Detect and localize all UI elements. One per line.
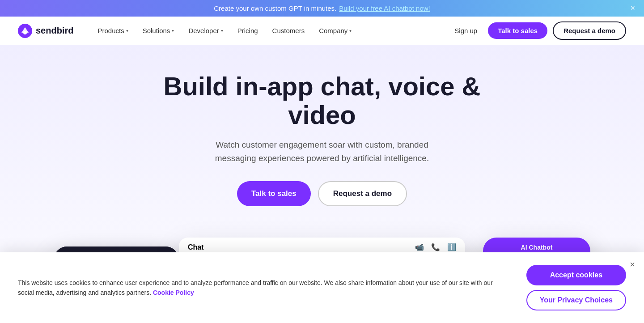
- hero-subtitle: Watch customer engagement soar with cust…: [210, 138, 434, 166]
- nav-item-developer[interactable]: Developer ▾: [182, 23, 229, 38]
- banner-text: Create your own custom GPT in minutes.: [214, 4, 336, 12]
- sendbird-logo-icon: [18, 24, 32, 38]
- logo-text: sendbird: [36, 26, 73, 36]
- cookie-text: This website uses cookies to enhance use…: [18, 278, 508, 298]
- nav-links: Products ▾ Solutions ▾ Developer ▾ Prici…: [91, 23, 449, 38]
- chevron-down-icon: ▾: [349, 28, 352, 33]
- logo-link[interactable]: sendbird: [18, 24, 73, 38]
- hero-title: Build in-app chat, voice & video: [143, 72, 501, 129]
- nav-item-customers[interactable]: Customers: [266, 23, 311, 38]
- nav-item-solutions[interactable]: Solutions ▾: [136, 23, 181, 38]
- chevron-down-icon: ▾: [221, 28, 223, 33]
- banner-link[interactable]: Build your free AI chatbot now!: [339, 4, 430, 12]
- svg-point-1: [23, 31, 27, 34]
- main-nav: sendbird Products ▾ Solutions ▾ Develope…: [0, 17, 644, 45]
- video-icon[interactable]: 📹: [415, 243, 424, 251]
- cookie-banner: × This website uses cookies to enhance u…: [0, 252, 644, 323]
- chevron-down-icon: ▾: [126, 28, 128, 33]
- privacy-choices-button[interactable]: Your Privacy Choices: [526, 290, 626, 310]
- phone-icon[interactable]: 📞: [431, 243, 440, 251]
- cookie-close-button[interactable]: ×: [630, 259, 635, 270]
- sign-up-button[interactable]: Sign up: [449, 23, 483, 38]
- nav-item-company[interactable]: Company ▾: [313, 23, 358, 38]
- nav-item-products[interactable]: Products ▾: [91, 23, 134, 38]
- hero-talk-sales-button[interactable]: Talk to sales: [237, 181, 311, 206]
- top-banner: Create your own custom GPT in minutes. B…: [0, 0, 644, 17]
- cookie-buttons: Accept cookies Your Privacy Choices: [526, 265, 626, 310]
- info-icon[interactable]: ℹ️: [447, 243, 456, 251]
- request-demo-button[interactable]: Request a demo: [553, 21, 626, 40]
- cookie-policy-link[interactable]: Cookie Policy: [153, 289, 194, 296]
- chevron-down-icon: ▾: [172, 28, 174, 33]
- nav-actions: Sign up Talk to sales Request a demo: [449, 21, 626, 40]
- hero-request-demo-button[interactable]: Request a demo: [318, 181, 407, 206]
- accept-cookies-button[interactable]: Accept cookies: [526, 265, 626, 285]
- talk-to-sales-button[interactable]: Talk to sales: [488, 22, 547, 39]
- nav-item-pricing[interactable]: Pricing: [231, 23, 264, 38]
- banner-close-button[interactable]: ×: [630, 4, 635, 13]
- hero-buttons: Talk to sales Request a demo: [18, 181, 626, 206]
